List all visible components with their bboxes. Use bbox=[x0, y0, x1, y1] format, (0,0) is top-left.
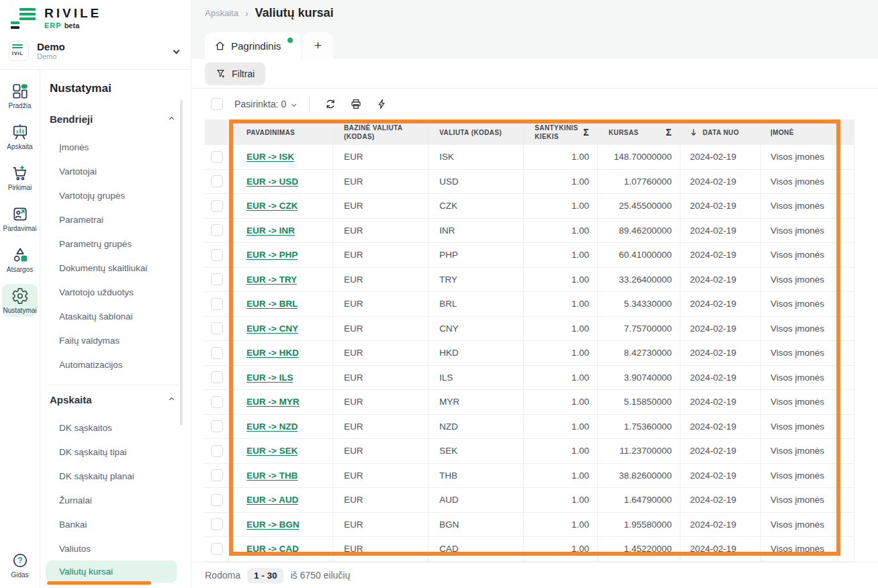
menu-scrollbar[interactable] bbox=[180, 100, 183, 426]
sidebar-item-automatizacijos[interactable]: Automatizacijos bbox=[46, 352, 177, 377]
row-base-cell: EUR bbox=[333, 464, 429, 488]
sidebar-item-failų-valdymas[interactable]: Failų valdymas bbox=[46, 328, 177, 352]
sidebar-item-valiutos[interactable]: Valiutos bbox=[46, 536, 177, 560]
tab-pagrindinis[interactable]: Pagrindinis bbox=[205, 32, 301, 59]
column-header-company[interactable]: ĮMONĖ bbox=[761, 119, 838, 145]
column-header-name[interactable]: PAVADINIMAS bbox=[229, 119, 333, 145]
row-link[interactable]: EUR -> CAD bbox=[247, 544, 299, 554]
menu-section-apskaita[interactable]: Apskaita bbox=[46, 388, 191, 411]
rail-item-apskaita[interactable]: Apskaita bbox=[2, 120, 38, 153]
row-link[interactable]: EUR -> TRY bbox=[247, 275, 297, 285]
actions-button[interactable] bbox=[369, 95, 394, 113]
row-checkbox[interactable] bbox=[211, 322, 223, 334]
sidebar-item-parametrai[interactable]: Parametrai bbox=[46, 207, 177, 232]
row-checkbox[interactable] bbox=[211, 249, 223, 261]
refresh-button[interactable] bbox=[318, 95, 343, 113]
sidebar-item-bankai[interactable]: Bankai bbox=[46, 512, 177, 536]
column-header-base[interactable]: BAZINĖ VALIUTA (KODAS) bbox=[333, 119, 429, 145]
row-spacer-cell bbox=[838, 537, 854, 561]
row-name-cell: EUR -> THB bbox=[229, 464, 333, 488]
rail-item-pardavimai[interactable]: Pardavimai bbox=[2, 202, 38, 235]
rail-item-label: Pirkimai bbox=[8, 184, 32, 191]
row-checkbox[interactable] bbox=[211, 543, 223, 555]
sidebar-item-label: Žurnalai bbox=[59, 495, 92, 505]
row-link[interactable]: EUR -> INR bbox=[247, 226, 295, 236]
sidebar-item-įmonės[interactable]: Įmonės bbox=[46, 135, 177, 159]
row-link[interactable]: EUR -> THB bbox=[247, 471, 298, 481]
row-rate-cell: 33.26400000 bbox=[598, 268, 681, 292]
row-link[interactable]: EUR -> PHP bbox=[247, 250, 298, 260]
sigma-icon[interactable]: Σ bbox=[666, 126, 672, 138]
home-icon bbox=[214, 40, 226, 52]
row-link[interactable]: EUR -> HKD bbox=[247, 348, 299, 358]
row-name-cell: EUR -> CZK bbox=[229, 194, 333, 218]
sidebar-item-dk-sąskaitos[interactable]: DK sąskaitos bbox=[46, 415, 177, 440]
selected-dropdown[interactable]: Pasirinkta: 0 bbox=[234, 99, 296, 109]
rail-item-label: Pradžia bbox=[9, 102, 32, 109]
cell-value: 1.00 bbox=[572, 275, 589, 285]
sigma-icon[interactable]: Σ bbox=[583, 126, 589, 138]
cell-value: CZK bbox=[439, 201, 457, 211]
row-link[interactable]: EUR -> USD bbox=[247, 177, 298, 187]
row-checkbox[interactable] bbox=[211, 273, 223, 285]
row-link[interactable]: EUR -> BGN bbox=[247, 520, 299, 530]
rail-item-nustatymai[interactable]: Nustatymai bbox=[2, 284, 38, 317]
sidebar-item-dk-sąskaitų-planai[interactable]: DK sąskaitų planai bbox=[46, 464, 177, 488]
row-select-cell bbox=[205, 341, 229, 365]
sidebar-item-žurnalai[interactable]: Žurnalai bbox=[46, 488, 177, 512]
column-header-qty[interactable]: SANTYKINIS KIEKISΣ bbox=[524, 119, 598, 145]
row-checkbox[interactable] bbox=[211, 224, 223, 236]
row-link[interactable]: EUR -> CZK bbox=[247, 201, 298, 211]
sidebar-item-valiutų-kursai[interactable]: Valiutų kursai bbox=[46, 560, 177, 583]
row-checkbox[interactable] bbox=[211, 445, 223, 457]
row-checkbox[interactable] bbox=[211, 151, 223, 163]
row-qty-cell: 1.00 bbox=[524, 268, 598, 292]
print-button[interactable] bbox=[343, 95, 369, 113]
breadcrumb-parent[interactable]: Apskaita bbox=[205, 8, 238, 18]
sidebar-item-vartotojų-grupės[interactable]: Vartotojų grupės bbox=[46, 183, 177, 207]
cell-value: Visos įmonės bbox=[771, 201, 824, 211]
row-base-cell: EUR bbox=[333, 341, 429, 365]
add-tab-button[interactable]: + bbox=[302, 32, 333, 59]
row-link[interactable]: EUR -> ILS bbox=[247, 373, 293, 383]
row-link[interactable]: EUR -> BRL bbox=[247, 299, 298, 309]
row-link[interactable]: EUR -> SEK bbox=[247, 446, 298, 456]
company-selector[interactable]: IVIL Demo Demo bbox=[0, 36, 191, 70]
column-header-code[interactable]: VALIUTA (KODAS) bbox=[429, 119, 524, 145]
row-checkbox[interactable] bbox=[211, 396, 223, 408]
row-checkbox[interactable] bbox=[211, 518, 223, 530]
row-checkbox[interactable] bbox=[211, 494, 223, 506]
rail-item-pradžia[interactable]: Pradžia bbox=[2, 79, 38, 112]
sidebar-item-dk-sąskaitų-tipai[interactable]: DK sąskaitų tipai bbox=[46, 440, 177, 464]
row-checkbox[interactable] bbox=[211, 200, 223, 212]
row-qty-cell: 1.00 bbox=[524, 513, 598, 537]
rail-item-pirkimai[interactable]: Pirkimai bbox=[2, 161, 38, 194]
sidebar-item-vartotojai[interactable]: Vartotojai bbox=[46, 159, 177, 183]
row-checkbox[interactable] bbox=[211, 347, 223, 359]
table-toolbar: Pasirinkta: 0 bbox=[191, 89, 878, 119]
row-link[interactable]: EUR -> AUD bbox=[247, 495, 298, 505]
column-header-rate[interactable]: KURSASΣ bbox=[598, 119, 681, 145]
row-link[interactable]: EUR -> NZD bbox=[247, 422, 298, 432]
row-checkbox[interactable] bbox=[211, 175, 223, 187]
row-link[interactable]: EUR -> MYR bbox=[247, 397, 299, 407]
row-spacer-cell bbox=[838, 488, 854, 512]
rail-item-gidas[interactable]: ?Gidas bbox=[2, 548, 38, 581]
company-subtitle: Demo bbox=[37, 52, 65, 60]
row-base-cell: EUR bbox=[333, 194, 429, 218]
sidebar-item-vartotojo-užduotys[interactable]: Vartotojo užduotys bbox=[46, 280, 177, 304]
sidebar-item-dokumentų-skaitliukai[interactable]: Dokumentų skaitliukai bbox=[46, 256, 177, 280]
sidebar-item-parametrų-grupės[interactable]: Parametrų grupės bbox=[46, 232, 177, 256]
rail-item-atsargos[interactable]: Atsargos bbox=[2, 243, 38, 276]
row-checkbox[interactable] bbox=[211, 420, 223, 432]
select-all-checkbox[interactable] bbox=[211, 98, 223, 110]
column-header-date[interactable]: DATA NUO bbox=[681, 119, 761, 145]
row-checkbox[interactable] bbox=[211, 298, 223, 310]
row-link[interactable]: EUR -> ISK bbox=[247, 152, 294, 162]
filters-button[interactable]: Filtrai bbox=[205, 62, 265, 85]
row-checkbox[interactable] bbox=[211, 371, 223, 383]
menu-section-bendrieji[interactable]: Bendrieji bbox=[46, 107, 191, 131]
row-link[interactable]: EUR -> CNY bbox=[247, 324, 298, 334]
sidebar-item-ataskaitų-šablonai[interactable]: Ataskaitų šablonai bbox=[46, 304, 177, 328]
row-checkbox[interactable] bbox=[211, 469, 223, 481]
